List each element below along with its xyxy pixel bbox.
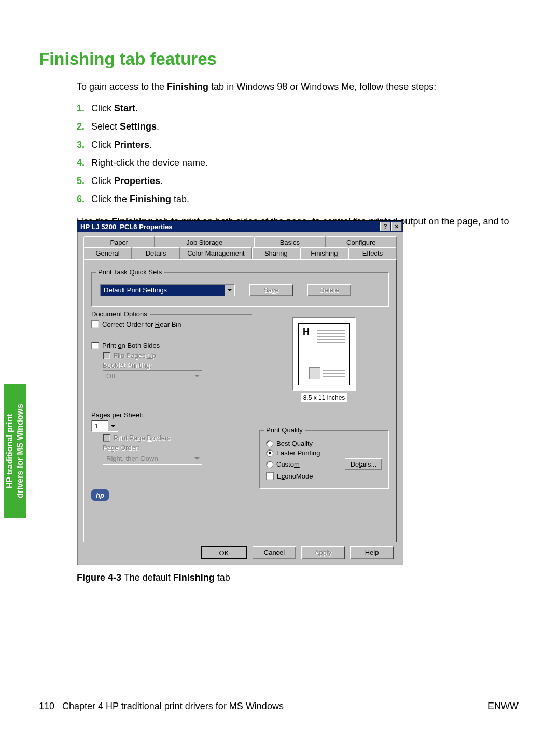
help-button[interactable]: Help: [350, 546, 394, 559]
delete-button[interactable]: Delete: [307, 284, 351, 296]
pages-per-sheet-combo[interactable]: 1: [91, 420, 118, 432]
faster-printing-radio[interactable]: Faster Printing: [266, 449, 382, 457]
document-options-group: Document Options Correct Order for Rear …: [91, 314, 252, 465]
print-quality-group: Print Quality Best Quality Faster Printi…: [259, 430, 389, 489]
properties-dialog: HP LJ 5200_PCL6 Properties ? × Paper Job…: [77, 220, 403, 565]
dialog-title: HP LJ 5200_PCL6 Properties: [78, 223, 379, 231]
tab-basics[interactable]: Basics: [254, 236, 325, 248]
booklet-combo: Off: [103, 370, 202, 382]
chevron-down-icon: [192, 453, 202, 464]
custom-quality-radio[interactable]: Custom: [266, 460, 300, 468]
tab-row-2: General Details Color Management Sharing…: [83, 247, 397, 259]
tab-job-storage[interactable]: Job Storage: [155, 236, 254, 248]
tab-general[interactable]: General: [83, 247, 132, 259]
tab-paper[interactable]: Paper: [83, 236, 155, 248]
best-quality-radio[interactable]: Best Quality: [266, 440, 382, 447]
save-button[interactable]: Save: [249, 284, 293, 296]
steps-list: 1.Click Start. 2.Select Settings. 3.Clic…: [77, 103, 519, 205]
booklet-label: Booklet Printing:: [103, 361, 252, 369]
page-order-label: Page Order:: [103, 444, 252, 452]
page-footer: 110 Chapter 4 HP traditional print drive…: [39, 701, 519, 712]
pages-per-sheet-label: Pages per Sheet:: [91, 411, 252, 419]
print-page-borders-checkbox: Print Page Borders: [103, 434, 252, 442]
economode-checkbox[interactable]: EconoMode: [266, 472, 382, 480]
rear-bin-checkbox[interactable]: Correct Order for Rear Bin: [91, 320, 252, 328]
figure-caption: Figure 4-3 The default Finishing tab: [77, 572, 403, 583]
hp-logo-icon: hp: [91, 489, 109, 501]
page-order-combo: Right, then Down: [103, 453, 202, 465]
close-titlebar-button[interactable]: ×: [391, 222, 402, 231]
cancel-button[interactable]: Cancel: [253, 546, 296, 559]
page-preview: H 8.5 x 11 inches: [259, 317, 389, 402]
quick-sets-combo[interactable]: Default Print Settings: [100, 284, 235, 296]
print-both-sides-checkbox[interactable]: Print on Both Sides: [91, 342, 252, 349]
help-titlebar-button[interactable]: ?: [380, 222, 390, 231]
flip-pages-checkbox: Flip Pages Up: [103, 352, 252, 359]
quick-sets-group: Print Task Quick Sets Default Print Sett…: [91, 272, 389, 307]
paper-size-label: 8.5 x 11 inches: [301, 393, 348, 402]
chevron-down-icon: [225, 285, 234, 296]
chevron-down-icon: [108, 420, 118, 431]
tab-color-management[interactable]: Color Management: [180, 247, 252, 259]
details-button[interactable]: Details...: [345, 458, 382, 470]
tab-effects[interactable]: Effects: [348, 247, 397, 259]
dialog-buttons: OK Cancel Apply Help: [83, 542, 397, 559]
side-tab: HP traditional print drivers for MS Wind…: [4, 384, 26, 518]
ok-button[interactable]: OK: [201, 546, 247, 559]
tab-row-1: Paper Job Storage Basics Configure: [83, 236, 397, 248]
tab-details[interactable]: Details: [132, 247, 180, 259]
finishing-panel: Print Task Quick Sets Default Print Sett…: [83, 259, 397, 542]
tab-sharing[interactable]: Sharing: [252, 247, 300, 259]
intro-text: To gain access to the Finishing tab in W…: [77, 80, 519, 93]
apply-button[interactable]: Apply: [301, 546, 345, 559]
tab-configure[interactable]: Configure: [326, 236, 397, 248]
dialog-titlebar: HP LJ 5200_PCL6 Properties ? ×: [77, 221, 403, 232]
tab-finishing[interactable]: Finishing: [300, 247, 348, 259]
page-heading: Finishing tab features: [39, 49, 519, 69]
chevron-down-icon: [192, 371, 202, 382]
